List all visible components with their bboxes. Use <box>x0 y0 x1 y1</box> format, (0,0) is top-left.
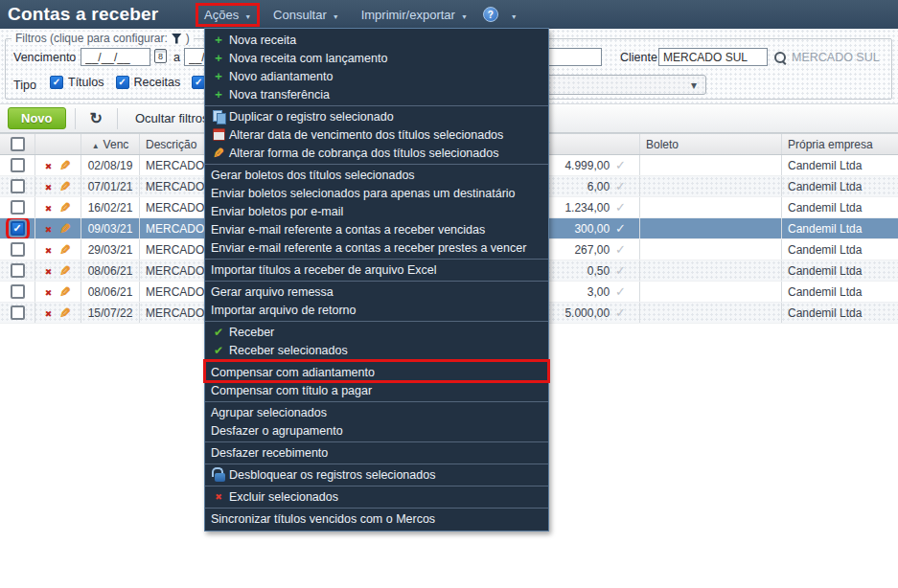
cliente-lookup-text: MERCADO SUL <box>792 51 880 64</box>
row-checkbox[interactable] <box>11 158 25 172</box>
plus-icon <box>211 51 226 65</box>
menu-item[interactable]: Compensar com título a pagar <box>205 381 548 399</box>
row-boleto <box>640 218 782 238</box>
delete-row-icon[interactable] <box>45 285 53 299</box>
row-venc: 16/02/21 <box>81 197 140 217</box>
filters-legend-suffix: ) <box>186 32 190 45</box>
received-check-icon <box>615 221 626 236</box>
menu-bar-item[interactable]: Consultar <box>266 5 346 25</box>
menu-item-label: Importar títulos a receber de arquivo Ex… <box>211 263 437 277</box>
menu-item[interactable]: Enviar boletos por e-mail <box>205 202 548 220</box>
row-empresa: Candemil Ltda <box>782 303 898 323</box>
select-all-checkbox[interactable] <box>11 137 25 151</box>
menu-item[interactable]: Nova transferência <box>205 85 548 103</box>
venc-column-header[interactable]: Venc <box>81 134 140 154</box>
vencimento-from-input[interactable] <box>81 48 150 66</box>
delete-row-icon[interactable] <box>45 243 53 257</box>
row-boleto <box>640 155 782 175</box>
refresh-icon[interactable] <box>84 108 108 128</box>
row-empresa: Candemil Ltda <box>782 155 898 175</box>
menu-item[interactable]: Sincronizar títulos vencidos com o Merco… <box>205 508 548 528</box>
row-checkbox[interactable] <box>11 263 25 278</box>
row-venc: 02/08/19 <box>81 155 140 175</box>
menu-item[interactable]: Receber selecionados <box>205 341 548 359</box>
edit-row-icon[interactable] <box>59 179 71 194</box>
menu-item[interactable]: Novo adiantamento <box>205 67 548 85</box>
calendar-picker-icon[interactable] <box>154 49 167 63</box>
edit-row-icon[interactable] <box>59 200 71 215</box>
menu-item-label: Enviar boletos por e-mail <box>211 205 343 218</box>
menu-item-label: Excluir selecionados <box>229 490 338 504</box>
delete-row-icon[interactable] <box>45 159 53 172</box>
menu-item[interactable]: Enviar boletos selecionados para apenas … <box>205 184 548 202</box>
delete-row-icon[interactable] <box>45 306 53 320</box>
chevron-down-icon[interactable] <box>507 2 521 27</box>
menu-item[interactable]: Nova receita <box>205 31 548 49</box>
menu-item[interactable]: Enviar e-mail referente a contas a receb… <box>205 220 548 238</box>
menu-item[interactable]: Duplicar o registro selecionado <box>205 105 548 125</box>
row-checkbox[interactable] <box>11 284 25 299</box>
venc-header-label: Venc <box>104 138 129 151</box>
toolbar-divider <box>75 108 76 129</box>
menu-bar-item-label: Consultar <box>273 8 327 22</box>
edit-row-icon[interactable] <box>59 263 71 279</box>
menu-item[interactable]: Receber <box>205 321 548 341</box>
filter-funnel-icon <box>172 34 182 44</box>
row-boleto <box>640 260 782 281</box>
row-empresa: Candemil Ltda <box>782 239 898 260</box>
edit-row-icon[interactable] <box>59 284 71 300</box>
unlock-icon <box>211 467 226 482</box>
menu-item[interactable]: Importar arquivo de retorno <box>205 301 548 319</box>
edit-row-icon[interactable] <box>59 158 71 173</box>
tipo-checkbox[interactable]: Títulos <box>50 76 104 89</box>
delete-row-icon[interactable] <box>45 222 53 236</box>
menu-item[interactable]: Nova receita com lançamento <box>205 49 548 67</box>
menu-bar-item-label: Ações <box>204 8 239 22</box>
menu-item[interactable]: Alterar data de vencimento dos títulos s… <box>205 125 548 144</box>
menu-item[interactable]: Desfazer o agrupamento <box>205 421 548 440</box>
delete-row-icon[interactable] <box>45 180 53 193</box>
edit-row-icon[interactable] <box>59 221 71 237</box>
menu-item[interactable]: Gerar arquivo remessa <box>205 281 548 301</box>
row-valor: 3,00 <box>587 285 610 299</box>
cliente-input[interactable] <box>658 48 768 66</box>
menu-item[interactable]: Excluir selecionados <box>205 486 548 506</box>
delete-row-icon[interactable] <box>45 264 53 278</box>
search-icon[interactable] <box>774 52 787 64</box>
menu-item[interactable]: Importar títulos a receber de arquivo Ex… <box>205 259 548 279</box>
row-checkbox[interactable] <box>11 200 25 215</box>
menu-item[interactable]: Enviar e-mail referente a contas a receb… <box>205 238 548 257</box>
row-boleto <box>640 197 782 217</box>
menu-item[interactable]: Desfazer recebimento <box>205 441 548 462</box>
menu-item[interactable]: Desbloquear os registros selecionados <box>205 464 548 484</box>
received-check-icon <box>615 284 626 299</box>
menu-item[interactable]: Gerar boletos dos títulos selecionados <box>205 164 548 184</box>
sort-ascending-icon <box>92 138 104 151</box>
empresa-column-header[interactable]: Própria empresa <box>782 134 898 154</box>
menu-item-label: Importar arquivo de retorno <box>211 304 356 317</box>
boleto-column-header[interactable]: Boleto <box>640 134 782 154</box>
filters-legend[interactable]: Filtros (clique para configurar: ) <box>12 32 194 45</box>
menu-item[interactable]: Compensar com adiantamento <box>205 361 548 381</box>
row-checkbox[interactable] <box>11 221 25 236</box>
menu-bar-item[interactable]: Ações <box>197 5 258 25</box>
menu-item-label: Nova receita <box>229 34 296 47</box>
help-icon[interactable] <box>483 7 498 22</box>
checkbox-checked-icon <box>50 76 63 89</box>
menu-item[interactable]: Alterar forma de cobrança dos títulos se… <box>205 144 548 162</box>
row-checkbox[interactable] <box>11 305 25 320</box>
row-boleto <box>640 176 782 196</box>
delete-row-icon[interactable] <box>45 201 53 215</box>
received-check-icon <box>615 263 626 278</box>
row-checkbox[interactable] <box>11 242 25 257</box>
tipo-checkbox[interactable]: Receitas <box>116 76 181 89</box>
check-icon <box>211 325 226 339</box>
novo-button[interactable]: Novo <box>8 107 66 129</box>
menu-item[interactable]: Agrupar selecionados <box>205 401 548 421</box>
plus-icon <box>211 87 226 102</box>
edit-row-icon[interactable] <box>59 242 71 258</box>
edit-row-icon[interactable] <box>59 305 71 321</box>
row-checkbox[interactable] <box>11 179 25 193</box>
menu-bar-item[interactable]: Imprimir/exportar <box>355 5 474 25</box>
row-valor: 4.999,00 <box>564 159 610 172</box>
